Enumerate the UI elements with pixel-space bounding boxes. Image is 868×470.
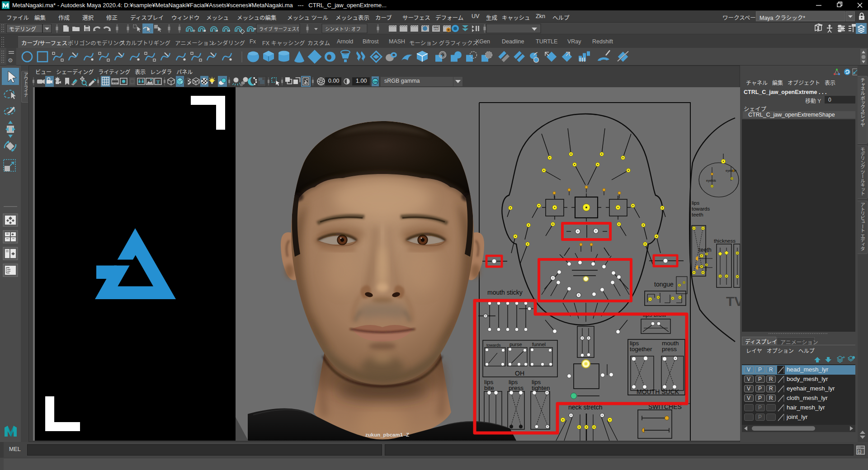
svg-text:OH: OH bbox=[515, 370, 524, 377]
svg-text:teeth: teeth bbox=[692, 212, 703, 217]
svg-text:tongue: tongue bbox=[654, 281, 674, 288]
svg-text:T: T bbox=[156, 79, 160, 85]
svg-text:bite: bite bbox=[484, 385, 494, 391]
svg-text:mouth sticky: mouth sticky bbox=[487, 289, 523, 296]
svg-text:eyelash: eyelash bbox=[726, 169, 736, 173]
svg-text:TV: TV bbox=[726, 294, 740, 309]
svg-text:zukun_pbcam1 -Z: zukun_pbcam1 -Z bbox=[365, 432, 409, 437]
svg-text:MOUTH SUCK: MOUTH SUCK bbox=[637, 388, 679, 395]
svg-text:purse: purse bbox=[509, 342, 522, 347]
svg-text:{;}: {;} bbox=[858, 449, 862, 454]
svg-text:IPR: IPR bbox=[434, 28, 439, 30]
svg-text:ON: ON bbox=[373, 80, 377, 83]
svg-text:+: + bbox=[843, 355, 845, 360]
svg-text:teeth: teeth bbox=[699, 247, 712, 253]
svg-text:thickness: thickness bbox=[714, 238, 736, 244]
svg-text:together: together bbox=[630, 346, 652, 352]
svg-text:press: press bbox=[662, 346, 677, 352]
svg-text:lips: lips bbox=[692, 200, 700, 206]
svg-text:tighten: tighten bbox=[532, 385, 550, 391]
svg-text:press: press bbox=[509, 385, 524, 391]
svg-text:funnel: funnel bbox=[532, 342, 546, 347]
svg-text:eyelids: eyelids bbox=[706, 179, 716, 183]
svg-text:towards: towards bbox=[486, 343, 501, 348]
svg-text:towards: towards bbox=[692, 206, 710, 212]
